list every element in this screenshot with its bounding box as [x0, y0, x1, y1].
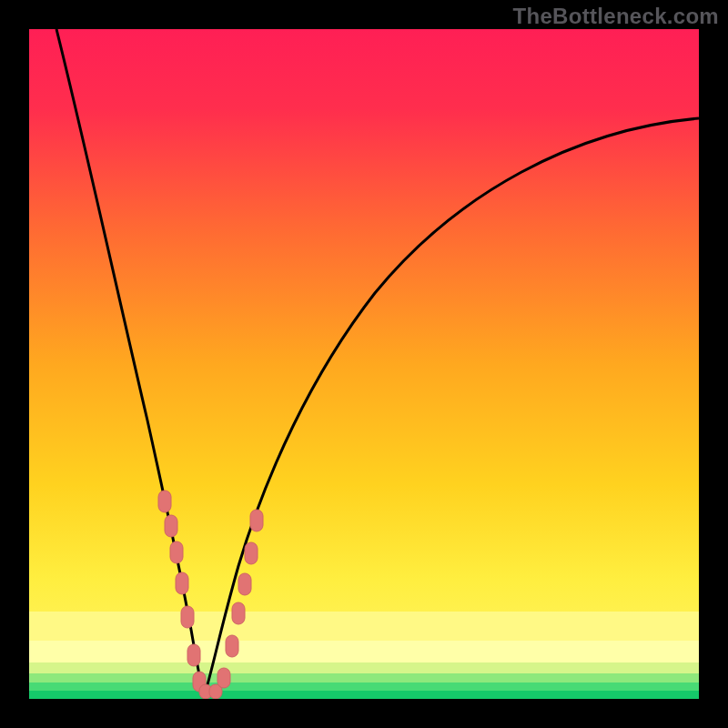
- watermark-text: TheBottleneck.com: [513, 4, 719, 29]
- chart-frame: TheBottleneck.com: [0, 0, 728, 728]
- plot-area: [29, 29, 699, 699]
- marker: [176, 572, 188, 594]
- marker: [158, 490, 171, 512]
- marker: [165, 515, 177, 537]
- marker: [170, 541, 183, 563]
- bottleneck-curve: [29, 29, 699, 699]
- marker: [250, 510, 263, 531]
- marker: [232, 602, 245, 624]
- marker: [226, 635, 238, 657]
- curve-right-branch: [204, 118, 699, 697]
- marker: [187, 644, 200, 666]
- marker: [181, 606, 194, 628]
- curve-left-branch: [56, 29, 204, 697]
- marker: [238, 573, 251, 595]
- marker: [245, 542, 258, 564]
- marker: [217, 668, 230, 688]
